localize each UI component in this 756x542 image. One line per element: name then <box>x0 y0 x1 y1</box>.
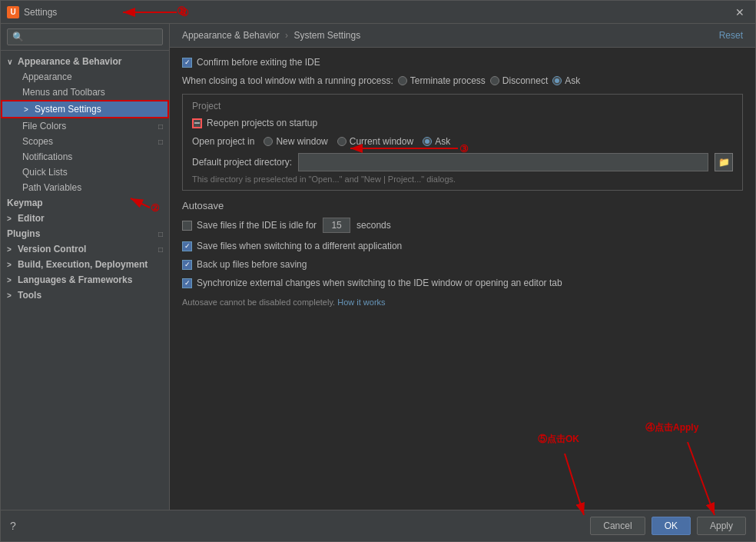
sidebar-item-system-settings[interactable]: > System Settings <box>1 100 169 118</box>
backup-checkbox-wrap[interactable]: Back up files before saving <box>182 259 307 270</box>
radio-terminate[interactable]: Terminate process <box>398 75 486 86</box>
sidebar-item-scopes[interactable]: Scopes □ <box>1 134 169 149</box>
dir-browse-button[interactable]: 📁 <box>715 153 733 171</box>
vc-arrow: > <box>7 245 15 254</box>
file-colors-badge: □ <box>158 122 163 131</box>
right-panel: Appearance & Behavior › System Settings … <box>170 24 755 510</box>
sidebar-item-version-control[interactable]: > Version Control □ <box>1 241 169 257</box>
autosave-note: Autosave cannot be disabled completely. … <box>182 298 743 307</box>
annotation-1: ① <box>177 5 187 17</box>
project-box: Project Reopen projects on startup Open … <box>182 94 743 191</box>
vc-badge: □ <box>158 245 163 254</box>
expand-arrow: ∨ <box>7 58 15 66</box>
cancel-button[interactable]: Cancel <box>590 517 645 535</box>
sidebar-item-menus-toolbars[interactable]: Menus and Toolbars <box>1 85 169 100</box>
radio-disconnect-btn[interactable] <box>490 76 499 85</box>
ok-button[interactable]: OK <box>652 517 691 535</box>
sidebar-item-build[interactable]: > Build, Execution, Deployment <box>1 257 169 272</box>
title-bar: U Settings ① ✕ <box>1 1 755 24</box>
reopen-checkbox-wrap[interactable]: Reopen projects on startup <box>192 118 317 128</box>
dir-input[interactable] <box>298 153 708 171</box>
apply-button[interactable]: Apply <box>697 517 746 535</box>
radio-ask-tool-btn[interactable] <box>552 76 562 85</box>
radio-ask-tool[interactable]: Ask <box>552 75 580 86</box>
scopes-badge: □ <box>158 138 163 146</box>
confirm-exit-row: Confirm before exiting the IDE <box>182 57 743 68</box>
radio-new-window-btn[interactable] <box>264 137 273 146</box>
sidebar-item-keymap[interactable]: Keymap <box>1 195 169 211</box>
lang-arrow: > <box>7 276 15 284</box>
panel-body: Confirm before exiting the IDE When clos… <box>170 48 755 510</box>
sidebar-item-path-variables[interactable]: Path Variables <box>1 180 169 195</box>
radio-new-window[interactable]: New window <box>264 136 327 147</box>
backup-checkbox[interactable] <box>182 260 192 270</box>
plugins-badge: □ <box>158 230 163 238</box>
breadcrumb-sep: › <box>285 30 290 41</box>
switch-app-row: Save files when switching to a different… <box>182 241 743 251</box>
radio-disconnect[interactable]: Disconnect <box>490 75 548 86</box>
search-box <box>1 24 169 51</box>
reset-button[interactable]: Reset <box>719 30 743 41</box>
reopen-checkbox[interactable] <box>192 118 202 128</box>
close-button[interactable]: ✕ <box>731 5 749 20</box>
settings-window: U Settings ① ✕ ∨ Appearance & Behavior A… <box>0 0 756 542</box>
confirm-exit-checkbox[interactable] <box>182 58 192 68</box>
panel-header: Appearance & Behavior › System Settings … <box>170 24 755 48</box>
radio-ask-project-btn[interactable] <box>423 137 432 146</box>
tree: ∨ Appearance & Behavior Appearance Menus… <box>1 51 169 510</box>
bottom-bar: ? Cancel OK Apply <box>1 510 755 541</box>
sync-checkbox-wrap[interactable]: Synchronize external changes when switch… <box>182 278 562 288</box>
open-project-row: Open project in New window Current windo… <box>192 136 733 147</box>
expand-arrow-system: > <box>24 105 32 114</box>
sidebar-item-appearance-behavior[interactable]: ∨ Appearance & Behavior <box>1 54 169 69</box>
editor-arrow: > <box>7 214 15 223</box>
dir-row: Default project directory: 📁 <box>192 153 733 171</box>
breadcrumb: Appearance & Behavior › System Settings <box>182 30 360 41</box>
sidebar-item-notifications[interactable]: Notifications <box>1 149 169 165</box>
tool-window-row: When closing a tool window with a runnin… <box>182 75 743 86</box>
sidebar-item-appearance[interactable]: Appearance <box>1 69 169 85</box>
switch-app-checkbox[interactable] <box>182 241 192 251</box>
sidebar-item-tools[interactable]: > Tools <box>1 288 169 303</box>
reopen-row: Reopen projects on startup <box>192 118 733 128</box>
sync-checkbox[interactable] <box>182 278 192 288</box>
title-bar-text: Settings <box>24 7 57 18</box>
sidebar-item-languages[interactable]: > Languages & Frameworks <box>1 272 169 288</box>
switch-app-checkbox-wrap[interactable]: Save files when switching to a different… <box>182 241 402 251</box>
build-arrow: > <box>7 261 15 269</box>
idle-value-input[interactable] <box>323 218 350 233</box>
sidebar-item-editor[interactable]: > Editor <box>1 211 169 226</box>
idle-checkbox[interactable] <box>182 221 192 231</box>
sidebar-item-quick-lists[interactable]: Quick Lists <box>1 165 169 180</box>
app-icon: U <box>7 6 19 18</box>
radio-current-window[interactable]: Current window <box>337 136 413 147</box>
sidebar-item-file-colors[interactable]: File Colors □ <box>1 118 169 134</box>
sync-row: Synchronize external changes when switch… <box>182 278 743 288</box>
confirm-exit-checkbox-wrap[interactable]: Confirm before exiting the IDE <box>182 57 320 68</box>
backup-row: Back up files before saving <box>182 259 743 270</box>
idle-checkbox-wrap[interactable]: Save files if the IDE is idle for <box>182 220 317 231</box>
how-it-works-link[interactable]: How it works <box>337 298 385 307</box>
sidebar: ∨ Appearance & Behavior Appearance Menus… <box>1 24 170 510</box>
radio-ask-project[interactable]: Ask <box>423 136 450 147</box>
search-input[interactable] <box>7 28 163 45</box>
main-content: ∨ Appearance & Behavior Appearance Menus… <box>1 24 755 510</box>
radio-terminate-btn[interactable] <box>398 76 407 85</box>
help-button[interactable]: ? <box>10 520 16 532</box>
tools-arrow: > <box>7 291 15 300</box>
radio-current-window-btn[interactable] <box>337 137 346 146</box>
idle-row: Save files if the IDE is idle for second… <box>182 218 743 233</box>
sidebar-item-plugins[interactable]: Plugins □ <box>1 226 169 241</box>
